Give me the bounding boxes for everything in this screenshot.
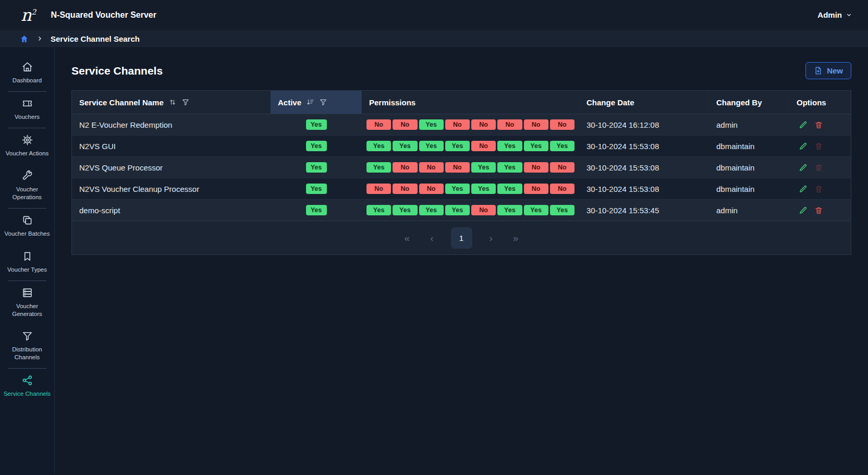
delete-icon[interactable] (814, 120, 823, 129)
permission-badge: Yes (497, 162, 522, 173)
sidebar-item-voucher-batches[interactable]: Voucher Batches (0, 209, 54, 245)
permission-badge: Yes (445, 205, 470, 215)
permissions-cell: YesNoNoNoYesYesNoNo (362, 157, 579, 178)
edit-icon[interactable] (799, 142, 808, 151)
sidebar-item-voucher-generators[interactable]: Voucher Generators (0, 281, 54, 325)
filter-icon[interactable] (319, 98, 327, 106)
service-channels-table: Service Channel Name Active Permissions … (71, 90, 851, 255)
pagination-page-1[interactable]: 1 (451, 227, 472, 249)
sidebar-item-vouchers[interactable]: Vouchers (0, 92, 54, 128)
sidebar-item-label: Voucher Batches (5, 230, 50, 238)
permission-badge: No (550, 119, 574, 130)
permission-badge: No (445, 119, 470, 130)
sidebar-item-voucher-actions[interactable]: Voucher Actions (0, 128, 54, 164)
pagination-first-button[interactable]: « (401, 231, 413, 245)
changed-by-cell: dbmaintain (709, 157, 789, 178)
permission-badge: Yes (550, 141, 574, 151)
table-header: Service Channel Name Active Permissions … (72, 91, 851, 114)
permission-badge: No (550, 162, 574, 173)
user-menu[interactable]: Admin (817, 10, 852, 19)
edit-icon[interactable] (799, 163, 808, 172)
permission-badge: No (419, 162, 444, 173)
new-button[interactable]: New (805, 62, 851, 79)
change-date-cell: 30-10-2024 15:53:08 (579, 157, 709, 178)
channel-name-cell: demo-script (72, 200, 271, 221)
column-header-name: Service Channel Name (72, 91, 271, 114)
options-cell (789, 157, 851, 178)
app-title: N-Squared Voucher Server (51, 10, 156, 20)
delete-icon (814, 185, 823, 193)
permission-badge: Yes (471, 162, 496, 173)
sidebar: Dashboard Vouchers Voucher Actions Vouch… (0, 48, 55, 474)
permission-badge: No (471, 119, 496, 130)
permission-badge: No (366, 119, 391, 130)
permission-badge: Yes (524, 141, 548, 151)
wrench-icon (21, 170, 33, 182)
ticket-icon (21, 98, 33, 109)
active-cell: Yes (271, 200, 362, 221)
permission-badge: No (497, 119, 522, 130)
active-badge: Yes (306, 184, 327, 194)
sidebar-item-label: Voucher Actions (6, 150, 48, 157)
main-content: Service Channels New Service Channel Nam… (55, 48, 868, 474)
active-badge: Yes (306, 119, 327, 130)
changed-by-cell: dbmaintain (709, 136, 789, 156)
changed-by-cell: admin (709, 200, 789, 221)
edit-icon[interactable] (799, 120, 808, 129)
changed-by-cell: dbmaintain (709, 178, 789, 199)
home-icon[interactable] (20, 34, 29, 43)
permission-badge: Yes (497, 141, 522, 151)
edit-icon[interactable] (799, 185, 808, 193)
file-plus-icon (814, 66, 823, 75)
active-badge: Yes (306, 205, 327, 215)
column-header-active: Active (271, 91, 362, 114)
table-row: N2VS GUIYesYesYesYesYesNoYesYesYes30-10-… (72, 136, 851, 157)
permission-badge: Yes (393, 141, 417, 151)
pagination-last-button[interactable]: » (510, 231, 522, 245)
channel-name-cell: N2VS Queue Processor (72, 157, 271, 178)
change-date-cell: 30-10-2024 15:53:08 (579, 178, 709, 199)
channel-name-cell: N2VS Voucher Cleanup Processor (72, 178, 271, 199)
table-body: N2 E-Voucher RedemptionYesNoNoYesNoNoNoN… (72, 114, 851, 221)
sidebar-item-voucher-operations[interactable]: Voucher Operations (0, 164, 54, 208)
permission-badge: No (393, 162, 417, 173)
breadcrumb-current: Service Channel Search (51, 34, 140, 43)
sort-icon[interactable] (168, 98, 177, 106)
change-date-cell: 30-10-2024 15:53:08 (579, 136, 709, 156)
sidebar-item-voucher-types[interactable]: Voucher Types (0, 245, 54, 281)
permission-badge: No (419, 184, 444, 194)
column-header-changed-by: Changed By (709, 91, 789, 114)
breadcrumb: Service Channel Search (0, 30, 868, 48)
sidebar-item-label: Dashboard (13, 77, 42, 84)
sort-desc-icon[interactable] (306, 98, 314, 106)
permission-badge: Yes (393, 205, 417, 215)
permissions-cell: NoNoNoYesYesYesNoNo (362, 178, 579, 199)
delete-icon[interactable] (814, 206, 823, 215)
pagination-next-button[interactable]: › (486, 231, 496, 245)
bookmark-icon (21, 250, 33, 262)
active-cell: Yes (271, 136, 362, 156)
permission-badge: Yes (445, 184, 470, 194)
app-logo: n2 (21, 7, 36, 23)
sidebar-item-service-channels[interactable]: Service Channels (0, 369, 54, 405)
sidebar-item-label: Voucher Generators (3, 302, 52, 318)
permission-badge: Yes (366, 162, 391, 173)
sidebar-item-label: Voucher Types (7, 266, 47, 274)
permission-badge: Yes (445, 141, 470, 151)
pagination: « ‹ 1 › » (72, 221, 851, 254)
edit-icon[interactable] (799, 206, 808, 215)
permission-badge: No (524, 162, 548, 173)
page-title: Service Channels (71, 65, 163, 77)
sidebar-item-dashboard[interactable]: Dashboard (0, 55, 54, 91)
sidebar-item-distribution-channels[interactable]: Distribution Channels (0, 324, 54, 368)
pagination-prev-button[interactable]: ‹ (427, 231, 436, 245)
user-menu-label: Admin (817, 10, 842, 19)
home-icon (21, 61, 33, 73)
copy-icon (21, 214, 33, 226)
permissions-cell: NoNoYesNoNoNoNoNo (362, 114, 579, 135)
new-button-label: New (827, 66, 843, 75)
filter-icon[interactable] (181, 98, 190, 106)
delete-icon (814, 142, 823, 151)
sidebar-item-label: Service Channels (4, 390, 51, 398)
column-header-permissions: Permissions (362, 91, 579, 114)
